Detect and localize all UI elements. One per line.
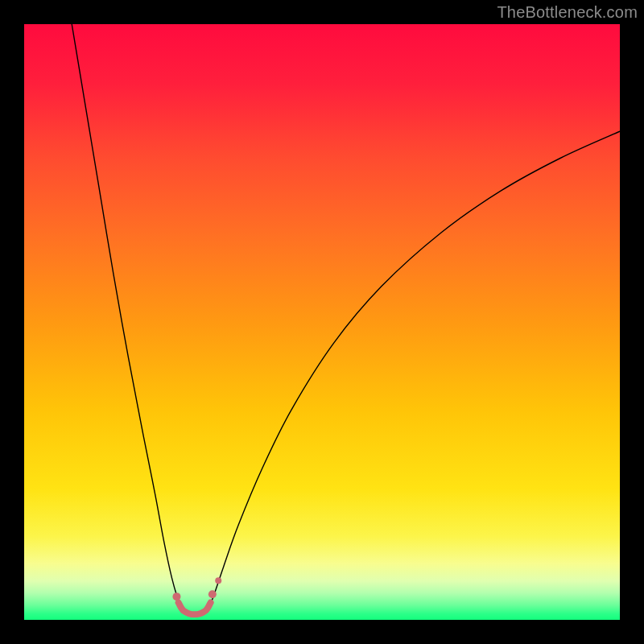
marker-1	[208, 590, 217, 598]
series-right-curve	[208, 131, 620, 611]
chart-area	[24, 24, 620, 620]
watermark-text: TheBottleneck.com	[497, 3, 638, 22]
series-left-curve	[72, 24, 182, 611]
marker-2	[215, 577, 221, 584]
series-bottom-arc	[179, 603, 211, 615]
chart-curves	[24, 24, 620, 620]
marker-0	[172, 592, 180, 601]
